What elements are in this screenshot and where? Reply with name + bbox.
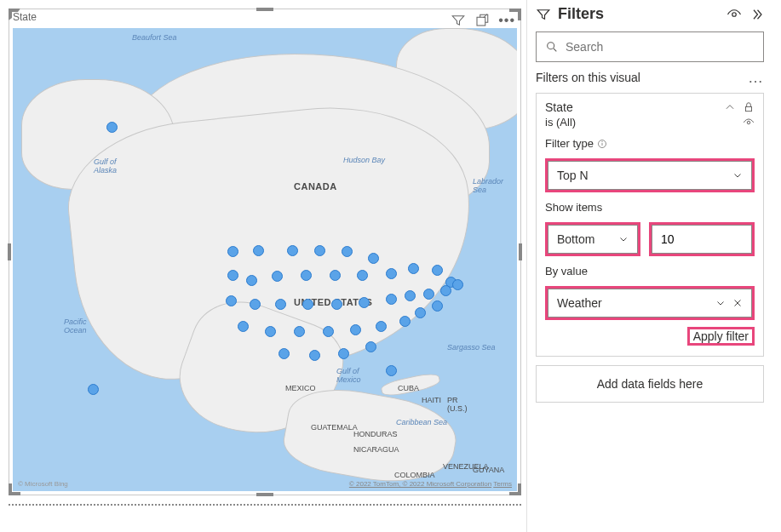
data-point[interactable] (253, 245, 264, 256)
data-point[interactable] (88, 384, 99, 395)
sea-label: Sargasso Sea (447, 343, 496, 352)
svg-rect-3 (746, 106, 752, 111)
data-point[interactable] (408, 263, 419, 274)
land-label: MEXICO (285, 384, 316, 392)
data-point[interactable] (399, 316, 411, 327)
sea-label: Labrador Sea (473, 177, 517, 194)
resize-handle[interactable] (8, 243, 11, 260)
data-point[interactable] (314, 245, 325, 256)
data-point[interactable] (386, 268, 397, 279)
data-point[interactable] (342, 246, 353, 257)
data-point[interactable] (365, 341, 376, 352)
focus-mode-icon[interactable] (474, 13, 490, 28)
resize-handle[interactable] (519, 243, 522, 260)
land-label: HAITI (422, 396, 441, 404)
visual-filter-icon[interactable] (451, 13, 466, 28)
add-data-fields-dropzone[interactable]: Add data fields here (536, 365, 764, 403)
data-point[interactable] (275, 299, 286, 310)
filters-title: Filters (558, 5, 720, 23)
data-point[interactable] (432, 300, 443, 312)
map-credit-left: © Microsoft Bing (18, 480, 68, 488)
eye-icon[interactable] (726, 7, 742, 22)
map-terms-link[interactable]: Terms (493, 480, 512, 488)
chevron-down-icon (732, 170, 743, 180)
data-point[interactable] (338, 348, 349, 359)
filter-type-select[interactable]: Top N (548, 161, 752, 190)
data-point[interactable] (423, 289, 434, 300)
data-point[interactable] (331, 299, 342, 310)
resize-handle[interactable] (256, 493, 273, 496)
data-point[interactable] (301, 270, 312, 281)
clear-icon[interactable] (732, 298, 743, 308)
land-label: COLOMBIA (394, 471, 435, 479)
land-label: NICARAGUA (353, 445, 399, 454)
land-label: CANADA (294, 181, 337, 192)
show-items-direction-select[interactable]: Bottom (548, 225, 638, 254)
sea-label: Beaufort Sea (132, 33, 177, 42)
sea-label: Gulf of Alaska (94, 157, 128, 174)
svg-point-4 (747, 121, 750, 124)
canvas-separator (9, 504, 521, 506)
map-visual[interactable]: State ••• © Microsoft Bing © 2022 TomTom… (9, 9, 521, 495)
data-point[interactable] (287, 245, 298, 256)
collapse-icon[interactable] (717, 101, 736, 113)
filters-pane: Filters Filters on this visual … State i… (526, 0, 772, 532)
info-icon[interactable] (597, 139, 607, 149)
data-point[interactable] (359, 297, 370, 308)
data-point[interactable] (440, 285, 451, 296)
svg-point-1 (732, 12, 737, 16)
data-point[interactable] (226, 295, 237, 306)
filter-type-label: Filter type (545, 137, 594, 150)
filter-search[interactable] (536, 31, 764, 62)
chevron-down-icon (618, 234, 629, 244)
data-point[interactable] (386, 294, 397, 305)
data-point[interactable] (272, 271, 283, 282)
section-more-icon[interactable]: … (748, 72, 764, 83)
data-point[interactable] (415, 307, 426, 318)
lock-icon[interactable] (736, 101, 755, 113)
report-canvas: State ••• © Microsoft Bing © 2022 TomTom… (0, 0, 526, 532)
data-point[interactable] (294, 326, 305, 337)
data-point[interactable] (452, 279, 463, 290)
apply-filter-button[interactable]: Apply filter (690, 328, 752, 345)
svg-rect-0 (477, 17, 485, 26)
filter-search-input[interactable] (566, 40, 755, 54)
map-canvas[interactable]: © Microsoft Bing © 2022 TomTom, © 2022 M… (13, 28, 517, 491)
land-label: GUYANA (473, 466, 504, 474)
eye-icon[interactable] (743, 117, 755, 129)
filter-summary: is (All) (545, 116, 576, 129)
sea-label: Pacific Ocean (64, 317, 98, 335)
chevron-down-icon (715, 298, 726, 308)
by-value-label: By value (545, 265, 588, 277)
data-point[interactable] (227, 246, 238, 257)
data-point[interactable] (227, 270, 238, 281)
data-point[interactable] (386, 365, 397, 376)
svg-point-2 (548, 43, 554, 49)
expand-pane-icon[interactable] (749, 7, 764, 22)
data-point[interactable] (432, 265, 443, 276)
land-label: PR (U.S.) (447, 396, 471, 413)
data-point[interactable] (368, 253, 379, 264)
data-point[interactable] (376, 321, 387, 332)
data-point[interactable] (106, 122, 118, 133)
filters-icon (536, 7, 551, 22)
sea-label: Caribbean Sea (396, 418, 447, 426)
data-point[interactable] (250, 299, 261, 310)
data-point[interactable] (302, 299, 313, 310)
data-point[interactable] (309, 350, 320, 361)
visual-more-icon[interactable]: ••• (498, 14, 515, 26)
land-label: CUBA (398, 384, 419, 392)
show-items-count-input[interactable] (652, 225, 752, 254)
data-point[interactable] (350, 324, 361, 335)
data-point[interactable] (357, 270, 368, 281)
data-point[interactable] (246, 275, 257, 286)
data-point[interactable] (323, 326, 334, 337)
data-point[interactable] (330, 270, 341, 281)
data-point[interactable] (279, 348, 290, 359)
by-value-select[interactable]: Weather (548, 289, 752, 317)
resize-handle[interactable] (256, 8, 273, 11)
svg-point-6 (602, 141, 603, 142)
data-point[interactable] (265, 326, 276, 337)
data-point[interactable] (405, 290, 416, 301)
data-point[interactable] (238, 321, 249, 332)
